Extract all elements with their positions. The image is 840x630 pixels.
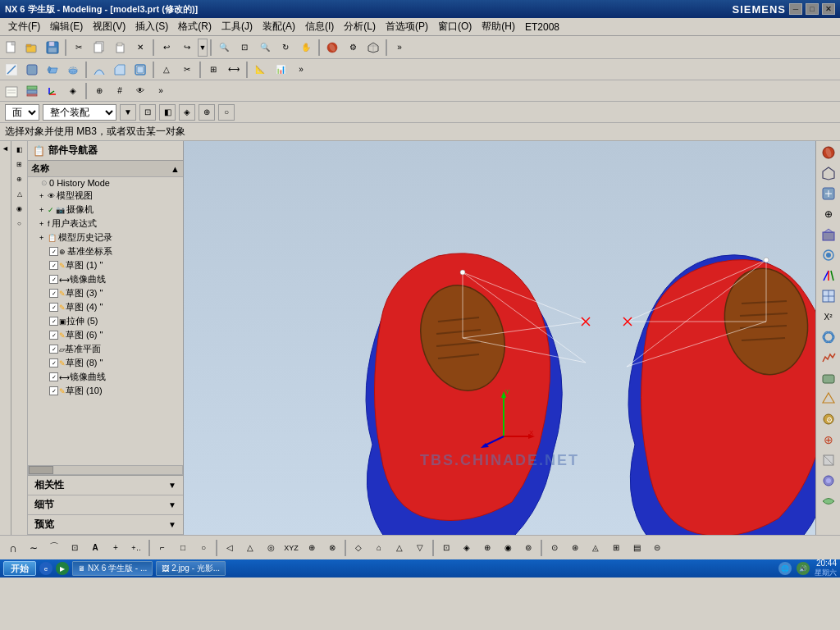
- shell-button[interactable]: [130, 61, 150, 79]
- btm-btn5[interactable]: A: [85, 539, 105, 557]
- edge-blend-button[interactable]: [89, 61, 109, 79]
- measure-button[interactable]: 📐: [250, 61, 270, 79]
- right-icon-8[interactable]: [819, 286, 838, 306]
- snap-button[interactable]: ⊕: [89, 82, 109, 100]
- sel-opt3[interactable]: ◈: [179, 104, 195, 121]
- taskbar-item-photo[interactable]: 🖼 2.jpg - 光影...: [156, 561, 226, 576]
- menu-tools[interactable]: 工具(J): [217, 18, 258, 35]
- minimize-button[interactable]: ─: [789, 3, 802, 15]
- menu-format[interactable]: 格式(R): [173, 18, 217, 35]
- btm-btn9[interactable]: □: [173, 539, 193, 557]
- extrude-button[interactable]: [43, 61, 62, 79]
- right-icon-10[interactable]: [819, 327, 838, 347]
- menu-window[interactable]: 窗口(O): [433, 18, 477, 35]
- zoom-in-button[interactable]: 🔍: [214, 39, 234, 57]
- paste-button[interactable]: [110, 39, 130, 57]
- btm-btn21[interactable]: ⊡: [436, 539, 456, 557]
- open-button[interactable]: [22, 39, 42, 57]
- right-icon-16[interactable]: [819, 450, 838, 470]
- tree-item-plane[interactable]: ✓ ▱ 基准平面: [28, 342, 183, 356]
- menu-analysis[interactable]: 分析(L): [339, 18, 381, 35]
- save-button[interactable]: [43, 39, 62, 57]
- btm-btn2[interactable]: ∼: [24, 539, 43, 557]
- settings-button[interactable]: ⚙: [343, 39, 363, 57]
- sketch-button[interactable]: [2, 61, 21, 79]
- btm-btn10[interactable]: ○: [194, 539, 213, 557]
- taskbar-item-nx[interactable]: 🖥 NX 6 学生版 - ...: [72, 561, 153, 576]
- right-icon-6[interactable]: [819, 245, 838, 265]
- btm-btn22[interactable]: ◈: [457, 539, 477, 557]
- btm-btn3[interactable]: ⌒: [44, 539, 64, 557]
- right-icon-15[interactable]: ⊕: [819, 430, 838, 450]
- copy-button[interactable]: [89, 39, 109, 57]
- tray-icon-net[interactable]: 🌐: [778, 562, 792, 575]
- sel-opt5[interactable]: ○: [218, 104, 235, 121]
- menu-help[interactable]: 帮助(H): [477, 18, 520, 35]
- tree-item-sketch3[interactable]: ✓ ✎ 草图 (3) ": [28, 286, 183, 300]
- btm-btn20[interactable]: ▽: [410, 539, 430, 557]
- right-icon-9[interactable]: X²: [819, 307, 838, 326]
- more-button[interactable]: »: [390, 39, 409, 57]
- panel-details[interactable]: 细节 ▼: [28, 495, 183, 515]
- layer-button[interactable]: [22, 82, 42, 100]
- tree-item-sketch10[interactable]: ✓ ✎ 草图 (10): [28, 384, 183, 398]
- btm-btn25[interactable]: ⊚: [518, 539, 538, 557]
- menu-file[interactable]: 文件(F): [3, 18, 45, 35]
- checkbox-extrude5[interactable]: ✓: [49, 317, 58, 326]
- btm-btn12[interactable]: △: [240, 539, 260, 557]
- redo-button[interactable]: ↪: [177, 39, 197, 57]
- btm-btn17[interactable]: ◇: [349, 539, 368, 557]
- right-icon-7[interactable]: [819, 266, 838, 285]
- revolve-button[interactable]: [63, 61, 83, 79]
- analysis2-button[interactable]: 📊: [271, 61, 290, 79]
- tray-icon-media[interactable]: ▶: [56, 562, 69, 575]
- checkbox-plane[interactable]: ✓: [49, 345, 58, 354]
- right-icon-3[interactable]: [819, 184, 838, 203]
- expand-history2[interactable]: +: [39, 234, 48, 242]
- close-button[interactable]: ✕: [822, 3, 835, 15]
- checkbox-sketch8[interactable]: ✓: [49, 358, 58, 368]
- checkbox-sketch1[interactable]: ✓: [49, 261, 58, 270]
- right-icon-2[interactable]: [819, 163, 838, 183]
- tree-item-sketch4[interactable]: ✓ ✎ 草图 (4) ": [28, 300, 183, 314]
- right-icon-1[interactable]: [819, 143, 838, 162]
- btm-btn14[interactable]: XYZ: [281, 539, 301, 557]
- start-button[interactable]: 开始: [3, 561, 36, 576]
- tree-item-sketch8[interactable]: ✓ ✎ 草图 (8) ": [28, 356, 183, 370]
- menu-info[interactable]: 信息(I): [300, 18, 339, 35]
- sidebar-icon3[interactable]: ⊕: [13, 172, 26, 185]
- expand-expr[interactable]: +: [39, 220, 48, 228]
- btm-btn8[interactable]: ⌐: [153, 539, 172, 557]
- menu-assembly[interactable]: 装配(A): [258, 18, 300, 35]
- sidebar-icon1[interactable]: ◧: [13, 143, 26, 156]
- btm-btn30[interactable]: ▤: [627, 539, 646, 557]
- menu-view[interactable]: 视图(V): [88, 18, 130, 35]
- right-icon-12[interactable]: [819, 368, 838, 388]
- tree-item-history2[interactable]: + 📋 模型历史记录: [28, 231, 183, 244]
- view3d-button[interactable]: [363, 39, 383, 57]
- panel-relevance[interactable]: 相关性 ▼: [28, 476, 183, 495]
- right-icon-17[interactable]: [819, 471, 838, 491]
- cut-button[interactable]: ✂: [69, 39, 89, 57]
- btm-btn28[interactable]: ◬: [586, 539, 605, 557]
- checkbox-sketch3[interactable]: ✓: [49, 289, 58, 298]
- expand-modelview[interactable]: +: [39, 192, 48, 200]
- viewport[interactable]: Y X TBS.CHINADE.NET: [184, 141, 815, 535]
- panel-toggle[interactable]: ◄: [0, 141, 11, 535]
- new-button[interactable]: [2, 39, 21, 57]
- sidebar-icon4[interactable]: △: [13, 187, 26, 200]
- pattern-button[interactable]: ⊞: [203, 61, 223, 79]
- btm-btn26[interactable]: ⊙: [545, 539, 564, 557]
- sidebar-icon6[interactable]: ○: [13, 217, 26, 230]
- tree-item-expr[interactable]: + f 用户表达式: [28, 217, 183, 231]
- btm-btn31[interactable]: ⊝: [647, 539, 667, 557]
- wcs-button[interactable]: [43, 82, 62, 100]
- grid-button[interactable]: #: [110, 82, 130, 100]
- zoom-out-button[interactable]: 🔍: [255, 39, 275, 57]
- display-button[interactable]: 👁: [130, 82, 150, 100]
- btm-btn23[interactable]: ⊕: [477, 539, 497, 557]
- tree-item-modelview[interactable]: + 👁 模型视图: [28, 189, 183, 203]
- right-icon-11[interactable]: [819, 348, 838, 368]
- more2-button[interactable]: »: [291, 61, 311, 79]
- btm-btn16[interactable]: ⊗: [322, 539, 342, 557]
